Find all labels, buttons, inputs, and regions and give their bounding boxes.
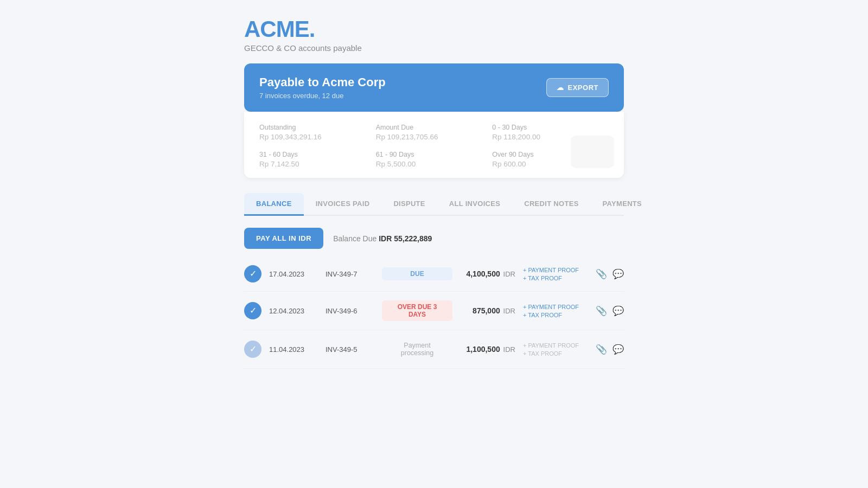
comment-icon-3[interactable]: 💬 [612,344,624,355]
invoice-number-1: INV-349-7 [326,270,374,278]
invoice-number-3: INV-349-5 [326,345,374,354]
invoice-icons-1: 📎 💬 [596,268,624,280]
tabs-row: BALANCE INVOICES PAID DISPUTE ALL INVOIC… [244,193,624,216]
stat-ghost-widget [571,136,614,168]
header-card-info: Payable to Acme Corp 7 invoices overdue,… [259,75,386,100]
stat-amount-due: Amount Due Rp 109,213,705.66 [376,124,493,141]
header-card-title: Payable to Acme Corp [259,75,386,89]
payment-proof-link-1[interactable]: + PAYMENT PROOF [523,267,579,273]
table-row: ✓ 11.04.2023 INV-349-5 Payment processin… [244,330,624,369]
invoice-amount-2: 875,000 IDR [460,306,515,315]
invoice-status-2: OVER DUE 3 DAYS [382,300,452,321]
acme-logo: ACME. [244,16,624,42]
tax-proof-link-3[interactable]: + TAX PROOF [523,350,562,357]
comment-icon-1[interactable]: 💬 [612,268,624,280]
invoice-proofs-3: + PAYMENT PROOF + TAX PROOF [523,342,588,357]
invoice-amount-3: 1,100,500 IDR [460,345,515,354]
tab-balance[interactable]: BALANCE [244,193,304,216]
table-row: ✓ 12.04.2023 INV-349-6 OVER DUE 3 DAYS 8… [244,292,624,330]
balance-due-amount: IDR 55,222,889 [379,234,432,243]
stat-61-90: 61 - 90 Days Rp 5,500.00 [376,151,493,168]
attachment-icon-1[interactable]: 📎 [596,268,607,280]
attachment-icon-2[interactable]: 📎 [596,305,607,317]
tab-all-invoices[interactable]: ALL INVOICES [437,193,512,216]
attachment-icon-3[interactable]: 📎 [596,344,607,355]
stat-31-60: 31 - 60 Days Rp 7,142.50 [259,151,376,168]
export-button[interactable]: ☁ EXPORT [546,78,609,97]
cloud-upload-icon: ☁ [557,84,564,92]
checkmark-icon: ✓ [250,345,257,354]
balance-due-text: Balance Due IDR 55,222,889 [333,234,432,243]
table-row: ✓ 17.04.2023 INV-349-7 DUE 4,100,500 IDR… [244,256,624,292]
invoice-date-3: 11.04.2023 [269,345,318,354]
invoice-number-2: INV-349-6 [326,307,374,315]
invoice-checkbox-3[interactable]: ✓ [244,341,261,358]
invoice-icons-3: 📎 💬 [596,344,624,355]
actions-row: PAY ALL IN IDR Balance Due IDR 55,222,88… [244,216,624,256]
invoice-amount-1: 4,100,500 IDR [460,269,515,278]
page-container: ACME. GECCO & CO accounts payable Payabl… [244,16,624,472]
comment-icon-2[interactable]: 💬 [612,305,624,317]
stats-card: Outstanding Rp 109,343,291.16 Amount Due… [244,112,624,178]
invoice-icons-2: 📎 💬 [596,305,624,317]
invoice-list: ✓ 17.04.2023 INV-349-7 DUE 4,100,500 IDR… [244,256,624,369]
page-subtitle: GECCO & CO accounts payable [244,43,624,53]
invoice-status-3: Payment processing [382,339,452,359]
pay-all-button[interactable]: PAY ALL IN IDR [244,228,323,249]
header-card-subtitle: 7 invoices overdue, 12 due [259,92,386,100]
tax-proof-link-2[interactable]: + TAX PROOF [523,312,562,318]
stat-outstanding: Outstanding Rp 109,343,291.16 [259,124,376,141]
invoice-checkbox-1[interactable]: ✓ [244,265,261,282]
invoice-proofs-2: + PAYMENT PROOF + TAX PROOF [523,304,588,318]
invoice-date-2: 12.04.2023 [269,307,318,315]
tab-payments[interactable]: PAYMENTS [591,193,654,216]
invoice-status-1: DUE [382,267,452,280]
payment-proof-link-2[interactable]: + PAYMENT PROOF [523,304,579,310]
tab-dispute[interactable]: DISPUTE [381,193,437,216]
invoice-proofs-1: + PAYMENT PROOF + TAX PROOF [523,267,588,281]
tax-proof-link-1[interactable]: + TAX PROOF [523,275,562,281]
checkmark-icon: ✓ [250,306,257,315]
header-card: Payable to Acme Corp 7 invoices overdue,… [244,63,624,112]
payment-proof-link-3[interactable]: + PAYMENT PROOF [523,342,579,349]
invoice-date-1: 17.04.2023 [269,270,318,278]
tab-credit-notes[interactable]: CREDIT NOTES [512,193,590,216]
checkmark-icon: ✓ [250,269,257,278]
tab-invoices-paid[interactable]: INVOICES PAID [304,193,382,216]
invoice-checkbox-2[interactable]: ✓ [244,302,261,319]
